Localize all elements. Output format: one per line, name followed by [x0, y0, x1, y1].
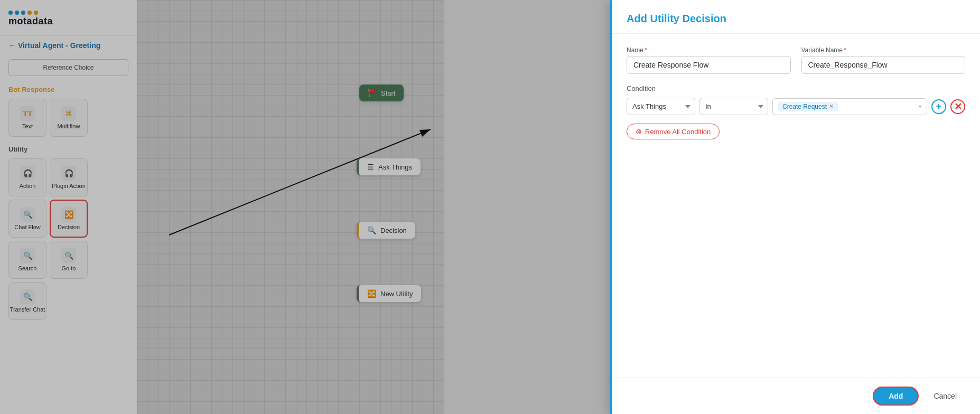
modal-body: Name* Variable Name* Condition Ask Thing…: [612, 34, 980, 378]
modal-header: Add Utility Decision: [612, 0, 980, 34]
name-input[interactable]: [627, 56, 791, 74]
form-group-name: Name*: [627, 46, 791, 74]
condition-value-text: Create Request: [782, 103, 827, 110]
add-condition-button[interactable]: +: [931, 99, 946, 114]
remove-all-icon: ⊗: [636, 127, 642, 136]
form-row-name: Name* Variable Name*: [627, 46, 965, 74]
tag-close-icon[interactable]: ✕: [829, 103, 834, 110]
remove-all-label: Remove All Condition: [645, 128, 711, 136]
condition-field-select[interactable]: Ask Things: [627, 98, 695, 115]
variable-name-input[interactable]: [801, 56, 966, 74]
form-group-variable-name: Variable Name*: [801, 46, 966, 74]
name-required-star: *: [645, 46, 647, 54]
condition-operator-select[interactable]: In Not In Equals: [699, 98, 768, 115]
remove-all-condition-button[interactable]: ⊗ Remove All Condition: [627, 124, 720, 139]
modal-footer: Add Cancel: [612, 378, 980, 414]
modal-title: Add Utility Decision: [627, 13, 965, 25]
variable-name-required-star: *: [844, 46, 846, 54]
condition-section-label: Condition: [627, 84, 965, 92]
remove-condition-icon: ✕: [954, 101, 962, 112]
add-utility-decision-modal: Add Utility Decision Name* Variable Name…: [610, 0, 980, 414]
condition-row: Ask Things In Not In Equals Create Reque…: [627, 98, 965, 115]
remove-condition-button[interactable]: ✕: [950, 99, 965, 114]
variable-name-label: Variable Name*: [801, 46, 966, 54]
condition-value-box[interactable]: Create Request ✕ ▾: [772, 98, 927, 115]
add-button[interactable]: Add: [873, 387, 919, 406]
name-label: Name*: [627, 46, 791, 54]
cancel-button[interactable]: Cancel: [925, 387, 965, 406]
add-condition-icon: +: [936, 101, 942, 112]
condition-value-tag: Create Request ✕: [778, 102, 838, 111]
